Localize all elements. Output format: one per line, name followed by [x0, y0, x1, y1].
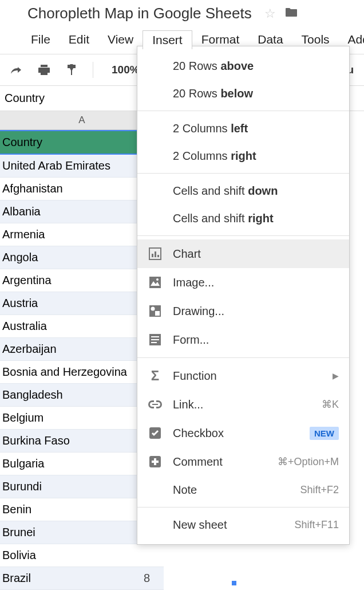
menu-label: 2 Columns right: [173, 150, 339, 163]
menu-rows-below[interactable]: 20 Rows below: [137, 80, 349, 107]
menu-separator: [137, 357, 349, 358]
new-badge: NEW: [310, 427, 339, 440]
menu-note[interactable]: Note Shift+F2: [137, 476, 349, 504]
svg-rect-13: [151, 342, 157, 343]
comment-icon: [148, 454, 163, 469]
menu-function[interactable]: Σ Function ▶: [137, 361, 349, 390]
menu-label: 20 Rows above: [173, 60, 339, 73]
svg-rect-16: [154, 458, 156, 461]
menu-label: New sheet: [173, 518, 284, 532]
svg-rect-11: [151, 336, 159, 337]
svg-rect-18: [154, 463, 156, 465]
form-icon: [148, 332, 163, 347]
title-text: Choropleth Map in Google Sheets: [27, 5, 252, 22]
menu-drawing[interactable]: Drawing...: [137, 297, 349, 325]
sigma-icon: Σ: [148, 368, 163, 383]
link-icon: [148, 397, 163, 412]
table-row[interactable]: Brazil 8: [0, 567, 164, 590]
svg-point-8: [151, 307, 155, 311]
menu-separator: [137, 507, 349, 508]
menu-chart[interactable]: Chart: [137, 239, 349, 268]
menu-insert[interactable]: Insert: [143, 30, 192, 49]
formula-value: Country: [5, 92, 45, 104]
menu-label: Checkbox: [173, 427, 299, 440]
chart-icon: [148, 246, 163, 261]
menu-label: Comment: [173, 455, 267, 469]
menu-label: Cells and shift right: [173, 212, 339, 225]
menu-checkbox[interactable]: Checkbox NEW: [137, 419, 349, 447]
menu-label: Note: [173, 483, 290, 497]
submenu-arrow-icon: ▶: [333, 371, 339, 380]
menu-label: 2 Columns left: [173, 122, 339, 135]
shortcut-text: Shift+F11: [294, 519, 339, 531]
menu-columns-left[interactable]: 2 Columns left: [137, 115, 349, 142]
print-icon[interactable]: [35, 64, 53, 76]
toolbar-separator: [93, 62, 93, 78]
svg-rect-9: [155, 311, 160, 316]
insert-menu-dropdown: 20 Rows above 20 Rows below 2 Columns le…: [137, 46, 350, 545]
paint-format-icon[interactable]: [63, 64, 80, 76]
cell-country: Brazil: [2, 572, 31, 585]
svg-rect-2: [155, 251, 156, 257]
menu-label: 20 Rows below: [173, 87, 339, 100]
menu-separator: [137, 111, 349, 111]
menu-label: Link...: [173, 398, 311, 411]
svg-rect-17: [152, 461, 159, 463]
cell-value: 8: [144, 572, 161, 585]
menu-label: Form...: [173, 333, 339, 347]
selection-handle[interactable]: [232, 581, 236, 585]
shortcut-text: Shift+F2: [300, 484, 339, 496]
menu-cells-shift-right[interactable]: Cells and shift right: [137, 204, 349, 232]
menu-link[interactable]: Link... ⌘K: [137, 390, 349, 419]
shortcut-text: ⌘K: [322, 398, 339, 411]
star-icon[interactable]: ☆: [264, 6, 276, 21]
menu-separator: [137, 173, 349, 174]
folder-icon[interactable]: [285, 7, 298, 20]
menu-label: Cells and shift down: [173, 184, 339, 198]
redo-icon[interactable]: [8, 65, 25, 74]
menu-label: Drawing...: [173, 305, 339, 318]
menu-comment[interactable]: Comment ⌘+Option+M: [137, 447, 349, 476]
menu-image[interactable]: Image...: [137, 268, 349, 297]
menu-form[interactable]: Form...: [137, 325, 349, 354]
menu-separator: [137, 235, 349, 236]
shortcut-text: ⌘+Option+M: [278, 455, 339, 468]
menu-columns-right[interactable]: 2 Columns right: [137, 142, 349, 170]
menu-label: Function: [173, 369, 322, 383]
svg-point-6: [156, 278, 159, 281]
menu-edit[interactable]: Edit: [60, 30, 98, 49]
svg-rect-4: [149, 277, 161, 288]
menu-new-sheet[interactable]: New sheet Shift+F11: [137, 511, 349, 538]
menu-label: Image...: [173, 276, 339, 289]
menu-view[interactable]: View: [98, 30, 143, 49]
drawing-icon: [148, 304, 163, 318]
svg-rect-3: [157, 255, 159, 257]
menu-label: Chart: [173, 247, 339, 261]
checkbox-icon: [148, 426, 163, 440]
svg-rect-12: [151, 339, 159, 340]
menu-cells-shift-down[interactable]: Cells and shift down: [137, 177, 349, 204]
menu-file[interactable]: File: [22, 30, 60, 49]
table-row[interactable]: Bolivia: [0, 544, 164, 567]
image-icon: [148, 275, 163, 290]
menu-rows-above[interactable]: 20 Rows above: [137, 52, 349, 80]
svg-rect-1: [152, 254, 153, 257]
document-title[interactable]: Choropleth Map in Google Sheets ☆: [27, 5, 337, 22]
